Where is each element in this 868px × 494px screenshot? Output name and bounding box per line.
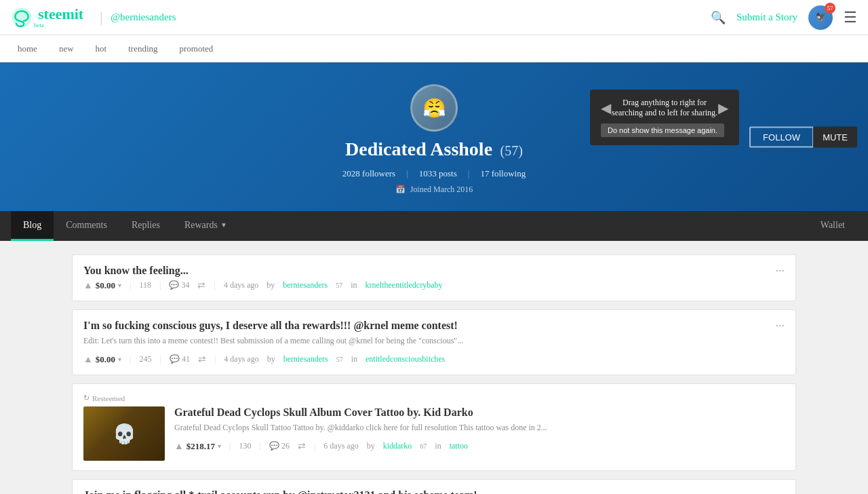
post-by: by bbox=[367, 441, 375, 451]
post-in: in bbox=[351, 354, 357, 364]
follow-button[interactable]: FOLLOW bbox=[749, 126, 814, 147]
secondary-navigation: home new hot trending promoted bbox=[0, 35, 868, 62]
post-in: in bbox=[351, 280, 357, 290]
meta-divider: | bbox=[229, 441, 231, 451]
post-time: 4 days ago bbox=[224, 354, 258, 364]
author-rep: 57 bbox=[336, 356, 343, 363]
tab-comments[interactable]: Comments bbox=[54, 211, 119, 241]
profile-header: 😤 Dedicated Asshole (57) 2028 followers … bbox=[0, 62, 868, 211]
meta-divider: | bbox=[160, 354, 161, 364]
main-content: ··· You know the feeling... ▲ $0.00 ▾ | … bbox=[61, 241, 807, 494]
post-title[interactable]: You know the feeling... bbox=[83, 265, 785, 277]
followers-count[interactable]: 2028 followers bbox=[342, 168, 395, 179]
post-time: 4 days ago bbox=[224, 280, 258, 290]
vote-amount: $218.17 bbox=[186, 441, 215, 452]
post-item: ··· I'm so fucking conscious guys, I des… bbox=[72, 309, 796, 375]
vote-chevron-icon: ▾ bbox=[118, 282, 121, 289]
upvote-icon: ▲ bbox=[83, 280, 93, 291]
steemit-logo-icon bbox=[11, 7, 33, 28]
vote-amount: $0.00 bbox=[96, 354, 115, 365]
post-by: by bbox=[267, 280, 275, 290]
post-author[interactable]: berniesanders bbox=[283, 280, 328, 290]
user-avatar-badge[interactable]: 🦅 57 bbox=[808, 5, 833, 30]
post-content: Grateful Dead Cyclops Skull Album Cover … bbox=[174, 406, 785, 461]
comments-count: 💬 41 bbox=[170, 354, 190, 364]
nav-home[interactable]: home bbox=[16, 43, 39, 54]
post-title[interactable]: Grateful Dead Cyclops Skull Album Cover … bbox=[174, 406, 785, 419]
nav-divider: | bbox=[100, 10, 102, 25]
vote-amount: $0.00 bbox=[96, 280, 115, 291]
mute-button[interactable]: MUTE bbox=[813, 126, 857, 147]
arrow-left-icon: ◀ bbox=[601, 100, 611, 116]
vote-button[interactable]: ▲ $0.00 ▾ bbox=[83, 354, 121, 365]
post-in: in bbox=[435, 441, 441, 451]
post-more-button[interactable]: ··· bbox=[776, 489, 785, 494]
profile-avatar: 😤 bbox=[410, 84, 458, 132]
top-nav-right: 🔍 Submit a Story 🦅 57 ☰ bbox=[711, 5, 857, 30]
following-count[interactable]: 17 following bbox=[480, 168, 526, 179]
logo[interactable]: steemit beta bbox=[11, 7, 83, 28]
post-title[interactable]: Join me in flagging all *-trail accounts… bbox=[83, 489, 785, 494]
comment-icon: 💬 bbox=[170, 354, 180, 364]
meta-divider: | bbox=[130, 354, 131, 364]
post-category[interactable]: entitledconsciousbitches bbox=[366, 354, 445, 364]
meta-divider: | bbox=[214, 280, 215, 290]
profile-joined: 📅 Joined March 2016 bbox=[11, 185, 857, 195]
stat-divider-2: | bbox=[468, 168, 470, 179]
upvote-icon: ▲ bbox=[174, 441, 184, 452]
comments-count: 💬 26 bbox=[269, 441, 290, 451]
tab-wallet[interactable]: Wallet bbox=[808, 211, 857, 241]
arrow-right-icon: ▶ bbox=[718, 100, 728, 116]
post-with-image: 💀 Grateful Dead Cyclops Skull Album Cove… bbox=[83, 406, 785, 461]
nav-username[interactable]: @berniesanders bbox=[111, 12, 176, 23]
stat-divider-1: | bbox=[406, 168, 408, 179]
nav-trending[interactable]: trending bbox=[127, 43, 159, 54]
profile-reputation: (57) bbox=[500, 143, 523, 158]
post-author[interactable]: berniesanders bbox=[283, 354, 328, 364]
post-title[interactable]: I'm so fucking conscious guys, I deserve… bbox=[83, 320, 785, 332]
tab-blog[interactable]: Blog bbox=[11, 211, 54, 241]
author-rep: 57 bbox=[336, 282, 342, 289]
post-item: ··· Join me in flagging all *-trail acco… bbox=[72, 479, 796, 494]
post-more-button[interactable]: ··· bbox=[776, 320, 785, 332]
vote-button[interactable]: ▲ $0.00 ▾ bbox=[83, 280, 121, 291]
post-thumbnail: 💀 bbox=[83, 406, 165, 461]
submit-story-link[interactable]: Submit a Story bbox=[736, 12, 797, 23]
meta-divider: | bbox=[214, 354, 216, 364]
post-category[interactable]: krneltheentitledcrybaby bbox=[366, 280, 443, 290]
calendar-icon: 📅 bbox=[395, 185, 406, 194]
tab-rewards[interactable]: Rewards ▼ bbox=[172, 211, 239, 241]
nav-promoted[interactable]: promoted bbox=[178, 43, 215, 54]
post-author[interactable]: kiddarko bbox=[383, 441, 412, 451]
post-category[interactable]: tattoo bbox=[450, 441, 468, 451]
post-time: 6 days ago bbox=[323, 441, 358, 451]
vote-chevron-icon: ▾ bbox=[118, 356, 121, 363]
hamburger-menu-icon[interactable]: ☰ bbox=[844, 9, 857, 26]
meta-divider: | bbox=[130, 280, 131, 290]
posts-count[interactable]: 1033 posts bbox=[419, 168, 457, 179]
notification-badge: 57 bbox=[825, 3, 835, 14]
nav-new[interactable]: new bbox=[58, 43, 75, 54]
nav-hot[interactable]: hot bbox=[94, 43, 108, 54]
comment-icon: 💬 bbox=[269, 441, 279, 451]
post-excerpt: Grateful Dead Cyclops Skull Tattoo Tatto… bbox=[174, 421, 785, 434]
vote-chevron-icon: ▾ bbox=[218, 442, 221, 450]
tab-replies[interactable]: Replies bbox=[119, 211, 172, 241]
repost-button[interactable]: ⇄ bbox=[198, 354, 206, 365]
views-count: 245 bbox=[140, 354, 152, 364]
profile-stats: 2028 followers | 1033 posts | 17 followi… bbox=[11, 168, 857, 179]
meta-divider: | bbox=[314, 441, 315, 451]
repost-button[interactable]: ⇄ bbox=[298, 440, 306, 452]
tooltip-dismiss-button[interactable]: Do not show this message again. bbox=[601, 124, 724, 137]
search-icon[interactable]: 🔍 bbox=[711, 10, 726, 25]
post-more-button[interactable]: ··· bbox=[776, 265, 785, 277]
repost-button[interactable]: ⇄ bbox=[197, 280, 205, 291]
tooltip-arrows: ◀ Drag anything to right for searching a… bbox=[601, 98, 728, 118]
tabs-bar: Blog Comments Replies Rewards ▼ Wallet bbox=[0, 211, 868, 241]
vote-button[interactable]: ▲ $218.17 ▾ bbox=[174, 441, 221, 452]
post-item: ··· You know the feeling... ▲ $0.00 ▾ | … bbox=[72, 254, 796, 301]
meta-divider: | bbox=[159, 280, 161, 290]
author-rep: 67 bbox=[420, 442, 427, 450]
profile-name: Dedicated Asshole bbox=[345, 138, 492, 159]
resteemed-icon: ↻ bbox=[83, 394, 90, 402]
